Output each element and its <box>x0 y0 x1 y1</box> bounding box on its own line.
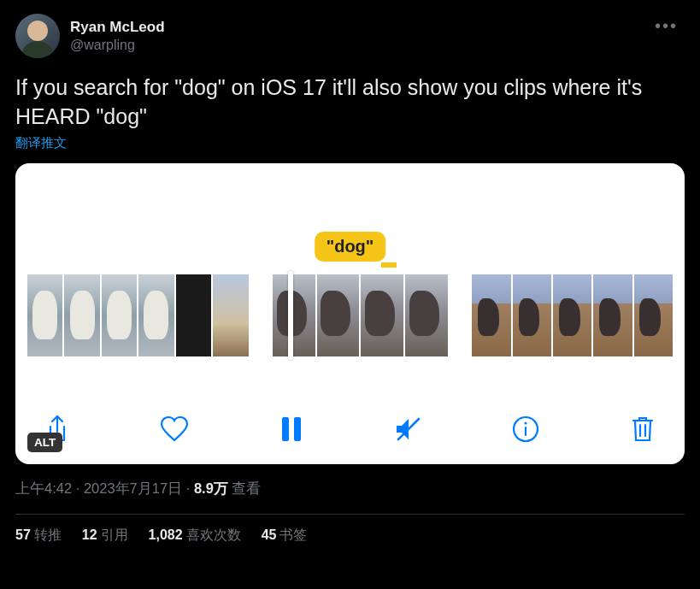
video-frame <box>317 274 360 356</box>
media-toolbar <box>41 413 659 445</box>
quotes-stat[interactable]: 12引用 <box>82 527 128 545</box>
clip-group-3[interactable] <box>472 274 673 356</box>
clip-group-2[interactable] <box>273 274 449 356</box>
user-handle[interactable]: @warpling <box>70 37 165 54</box>
video-frame <box>472 274 510 356</box>
meta-row: 上午4:42 · 2023年7月17日 · 8.9万 查看 <box>15 480 685 498</box>
likes-stat[interactable]: 1,082喜欢次数 <box>149 527 241 545</box>
tweet-container: Ryan McLeod @warpling ••• If you search … <box>0 0 700 558</box>
mute-icon[interactable] <box>392 413 425 445</box>
tweet-time[interactable]: 上午4:42 <box>15 480 72 496</box>
svg-rect-0 <box>282 417 289 441</box>
media-card[interactable]: "dog" <box>15 163 685 464</box>
views-count: 8.9万 <box>194 480 228 496</box>
display-name[interactable]: Ryan McLeod <box>70 18 165 36</box>
more-icon[interactable]: ••• <box>648 14 685 38</box>
meta-sep: · <box>182 480 194 496</box>
svg-point-4 <box>525 421 527 424</box>
video-frame <box>361 274 403 356</box>
video-frame <box>273 274 315 356</box>
video-frame <box>593 274 632 356</box>
clip-group-1[interactable] <box>27 274 249 356</box>
video-timeline[interactable] <box>27 274 673 356</box>
video-frame <box>405 274 448 356</box>
tweet-header: Ryan McLeod @warpling ••• <box>15 14 685 58</box>
user-names: Ryan McLeod @warpling <box>70 18 165 53</box>
meta-sep: · <box>72 480 84 496</box>
avatar[interactable] <box>15 14 60 58</box>
user-block[interactable]: Ryan McLeod @warpling <box>15 14 165 58</box>
bookmarks-stat[interactable]: 45书签 <box>262 527 308 545</box>
alt-badge[interactable]: ALT <box>27 433 62 452</box>
video-frame <box>138 274 174 356</box>
playhead[interactable] <box>288 271 293 360</box>
heart-icon[interactable] <box>158 413 191 445</box>
video-frame <box>553 274 591 356</box>
video-frame <box>27 274 62 356</box>
pause-icon[interactable] <box>275 413 308 445</box>
tweet-date[interactable]: 2023年7月17日 <box>84 480 182 496</box>
video-frame <box>176 274 211 356</box>
translate-link[interactable]: 翻译推文 <box>15 135 67 150</box>
search-term-label: "dog" <box>315 232 386 262</box>
retweets-stat[interactable]: 57转推 <box>15 527 62 545</box>
video-frame <box>213 274 248 356</box>
video-frame <box>634 274 673 356</box>
info-icon[interactable] <box>509 413 542 445</box>
divider <box>15 514 685 515</box>
video-frame <box>102 274 137 356</box>
svg-rect-1 <box>294 417 301 441</box>
video-frame <box>513 274 551 356</box>
views-label: 查看 <box>228 480 262 496</box>
trash-icon[interactable] <box>626 413 659 445</box>
stats-row: 57转推 12引用 1,082喜欢次数 45书签 <box>15 527 685 545</box>
video-frame <box>64 274 99 356</box>
tweet-body: If you search for "dog" on iOS 17 it'll … <box>15 74 685 132</box>
match-marker <box>381 262 397 268</box>
